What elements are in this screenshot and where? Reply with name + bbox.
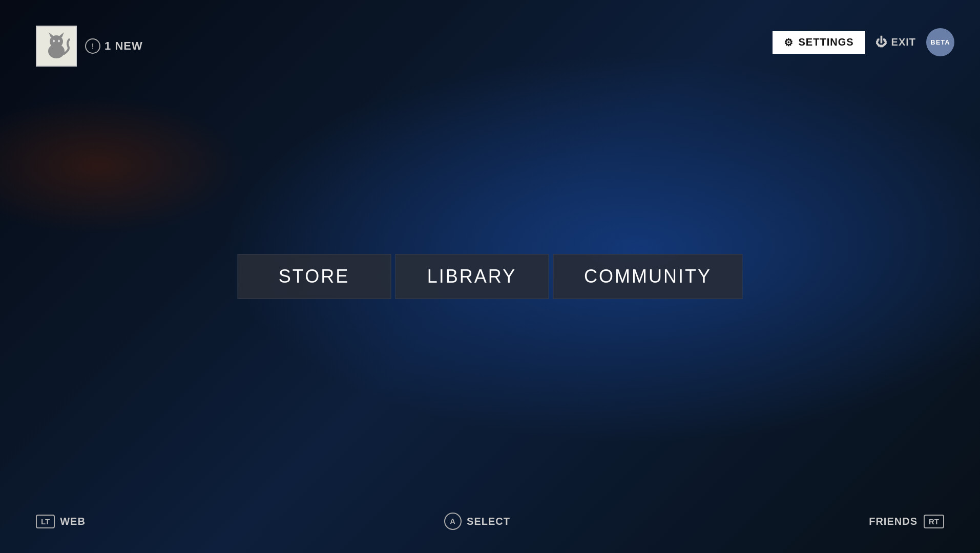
exit-label: EXIT <box>891 36 916 48</box>
library-button[interactable]: LIBRARY <box>395 254 549 299</box>
top-right-area: ⚙ SETTINGS ⏻ EXIT BETA <box>773 28 954 56</box>
notification-text: 1 NEW <box>105 39 143 53</box>
notification-icon: ! <box>85 38 100 54</box>
select-label: SELECT <box>467 516 510 527</box>
settings-label: SETTINGS <box>799 36 854 48</box>
web-label: WEB <box>60 516 86 527</box>
select-control: A SELECT <box>444 513 510 530</box>
web-control: LT WEB <box>36 515 86 528</box>
beta-label: BETA <box>930 38 950 46</box>
main-navigation: STORE LIBRARY COMMUNITY <box>237 254 743 299</box>
avatar[interactable] <box>36 26 77 67</box>
rt-badge: RT <box>924 515 944 528</box>
gear-icon: ⚙ <box>784 36 794 49</box>
store-button[interactable]: STORE <box>237 254 391 299</box>
notification-area: ! 1 NEW <box>85 38 143 54</box>
a-badge: A <box>444 513 462 530</box>
friends-control: FRIENDS RT <box>869 515 944 528</box>
svg-point-5 <box>53 40 55 42</box>
bottom-bar: LT WEB A SELECT FRIENDS RT <box>0 513 980 530</box>
svg-point-2 <box>50 35 63 48</box>
power-icon: ⏻ <box>875 36 887 49</box>
friends-label: FRIENDS <box>869 516 918 527</box>
exit-button[interactable]: ⏻ EXIT <box>875 36 916 49</box>
lt-badge: LT <box>36 515 55 528</box>
svg-point-6 <box>58 40 60 42</box>
beta-badge: BETA <box>926 28 954 56</box>
top-left-area: ! 1 NEW <box>36 26 143 67</box>
community-button[interactable]: COMMUNITY <box>553 254 743 299</box>
settings-button[interactable]: ⚙ SETTINGS <box>773 31 865 54</box>
